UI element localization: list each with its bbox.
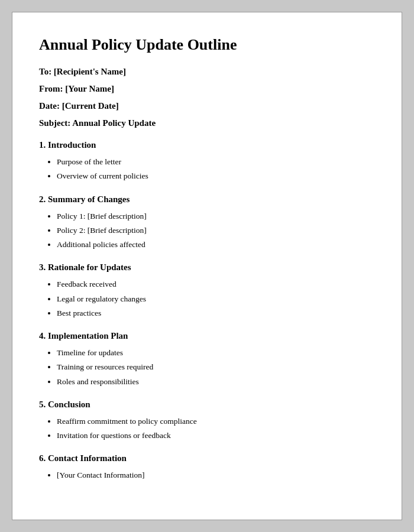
- section-list-3: Feedback receivedLegal or regulatory cha…: [39, 278, 375, 319]
- list-item: Feedback received: [57, 278, 375, 290]
- list-item: Legal or regulatory changes: [57, 293, 375, 305]
- document-title: Annual Policy Update Outline: [39, 36, 375, 54]
- section-list-4: Timeline for updatesTraining or resource…: [39, 347, 375, 388]
- section-list-5: Reaffirm commitment to policy compliance…: [39, 416, 375, 442]
- section-heading-4: 4. Implementation Plan: [39, 331, 375, 341]
- list-item: Additional policies affected: [57, 239, 375, 251]
- section-6: 6. Contact Information[Your Contact Info…: [39, 453, 375, 481]
- section-list-6: [Your Contact Information]: [39, 469, 375, 481]
- sections-container: 1. IntroductionPurpose of the letterOver…: [39, 140, 375, 482]
- date-line: Date: [Current Date]: [39, 101, 375, 111]
- list-item: Roles and responsibilities: [57, 376, 375, 388]
- list-item: Training or resources required: [57, 361, 375, 373]
- from-line: From: [Your Name]: [39, 84, 375, 94]
- list-item: Reaffirm commitment to policy compliance: [57, 416, 375, 427]
- section-heading-2: 2. Summary of Changes: [39, 194, 375, 205]
- list-item: Timeline for updates: [57, 347, 375, 359]
- section-heading-6: 6. Contact Information: [39, 453, 375, 463]
- section-heading-5: 5. Conclusion: [39, 400, 375, 410]
- section-list-2: Policy 1: [Brief description]Policy 2: […: [39, 210, 375, 251]
- section-heading-3: 3. Rationale for Updates: [39, 262, 375, 273]
- list-item: Invitation for questions or feedback: [57, 430, 375, 442]
- list-item: Policy 1: [Brief description]: [57, 210, 375, 222]
- section-5: 5. ConclusionReaffirm commitment to poli…: [39, 400, 375, 442]
- section-3: 3. Rationale for UpdatesFeedback receive…: [39, 262, 375, 319]
- section-1: 1. IntroductionPurpose of the letterOver…: [39, 140, 375, 183]
- list-item: Overview of current policies: [57, 170, 375, 182]
- section-2: 2. Summary of ChangesPolicy 1: [Brief de…: [39, 194, 375, 251]
- section-4: 4. Implementation PlanTimeline for updat…: [39, 331, 375, 388]
- list-item: Policy 2: [Brief description]: [57, 225, 375, 236]
- list-item: Best practices: [57, 307, 375, 319]
- subject-line: Subject: Annual Policy Update: [39, 118, 375, 128]
- document-container: Annual Policy Update Outline To: [Recipi…: [12, 12, 402, 520]
- list-item: Purpose of the letter: [57, 156, 375, 168]
- to-line: To: [Recipient's Name]: [39, 67, 375, 77]
- section-heading-1: 1. Introduction: [39, 140, 375, 150]
- section-list-1: Purpose of the letterOverview of current…: [39, 156, 375, 183]
- list-item: [Your Contact Information]: [57, 469, 375, 481]
